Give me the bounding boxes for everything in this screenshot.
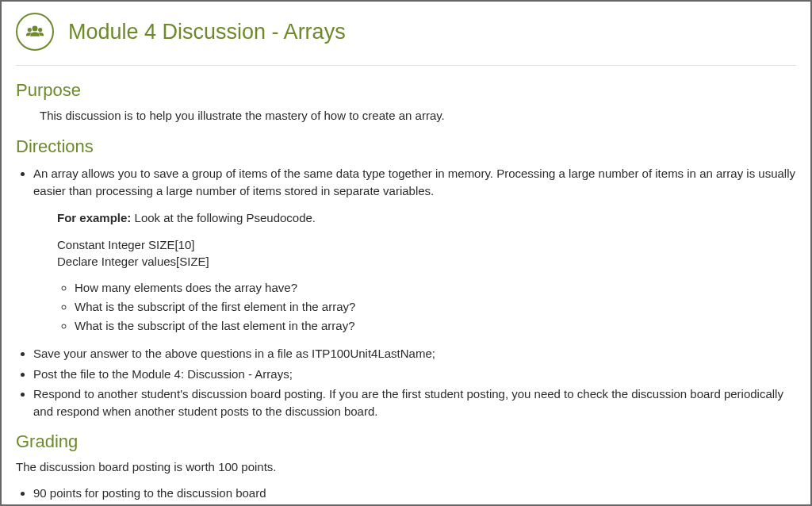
grading-item: 90 points for posting to the discussion …	[33, 485, 796, 501]
svg-point-2	[38, 28, 42, 32]
example-block: For example: Look at the following Pseud…	[33, 209, 796, 270]
purpose-heading: Purpose	[16, 80, 796, 101]
code-line-2: Declare Integer values[SIZE]	[57, 254, 796, 270]
example-line: For example: Look at the following Pseud…	[57, 209, 796, 227]
questions-list: How many elements does the array have? W…	[33, 279, 796, 334]
question-item: What is the subscript of the first eleme…	[75, 298, 796, 315]
group-icon	[16, 13, 54, 51]
page-header: Module 4 Discussion - Arrays	[16, 13, 796, 51]
purpose-text: This discussion is to help you illustrat…	[16, 109, 796, 122]
directions-item: Save your answer to the above questions …	[33, 345, 796, 362]
directions-heading: Directions	[16, 136, 796, 157]
directions-intro-text: An array allows you to save a group of i…	[33, 167, 795, 197]
grading-list: 90 points for posting to the discussion …	[16, 485, 796, 506]
example-following-text: Look at the following Pseudocode.	[131, 211, 316, 224]
directions-item: Post the file to the Module 4: Discussio…	[33, 366, 796, 383]
example-label: For example:	[57, 211, 131, 224]
pseudocode: Constant Integer SIZE[10] Declare Intege…	[57, 237, 796, 270]
directions-item: Respond to another student's discussion …	[33, 385, 796, 420]
grading-heading: Grading	[16, 431, 796, 452]
grading-intro: The discussion board posting is worth 10…	[16, 460, 796, 473]
header-divider	[16, 65, 796, 66]
page-title: Module 4 Discussion - Arrays	[68, 20, 346, 44]
svg-point-0	[33, 25, 38, 31]
directions-item: An array allows you to save a group of i…	[33, 165, 796, 334]
code-line-1: Constant Integer SIZE[10]	[57, 237, 796, 253]
question-item: What is the subscript of the last elemen…	[75, 317, 796, 334]
question-item: How many elements does the array have?	[75, 279, 796, 296]
directions-list: An array allows you to save a group of i…	[16, 165, 796, 420]
svg-point-1	[28, 28, 32, 32]
